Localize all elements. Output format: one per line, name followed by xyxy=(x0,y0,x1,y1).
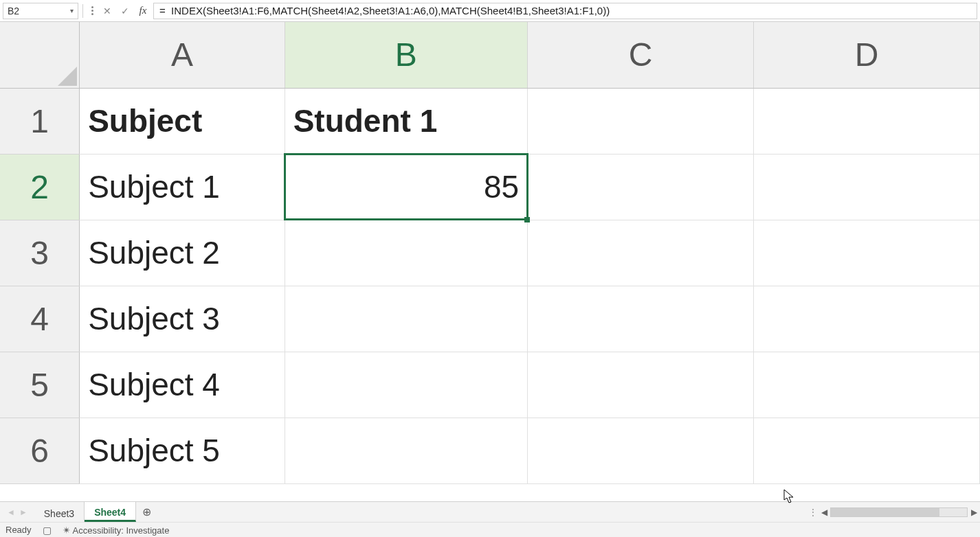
cell-A6[interactable]: Subject 5 xyxy=(80,418,285,483)
formula-input[interactable] xyxy=(153,3,977,19)
horizontal-scrollbar[interactable]: ⋮ ◀ ▶ xyxy=(808,502,980,522)
check-icon: ✓ xyxy=(121,5,129,16)
column-header-B[interactable]: B xyxy=(285,22,527,88)
tabs-next-button[interactable]: ► xyxy=(19,507,27,517)
cell-B3[interactable] xyxy=(285,220,527,286)
cell-A1[interactable]: Subject xyxy=(80,88,285,154)
sheet-tab-sheet4[interactable]: Sheet4 xyxy=(85,502,136,522)
formula-bar: B2 ▾ ✕ ✓ fx xyxy=(0,0,980,22)
cancel-icon: ✕ xyxy=(103,5,111,16)
cell-B6[interactable] xyxy=(285,418,527,483)
cell-C2[interactable] xyxy=(528,154,754,220)
cell-C5[interactable] xyxy=(528,352,754,418)
scroll-track[interactable] xyxy=(830,507,968,517)
cell-B5[interactable] xyxy=(285,352,527,418)
spreadsheet-grid[interactable]: ABCD1SubjectStudent 12Subject 1853Subjec… xyxy=(0,22,980,501)
accessibility-status[interactable]: ✴ Accessibility: Investigate xyxy=(63,525,170,536)
enter-formula-button[interactable]: ✓ xyxy=(118,3,133,19)
cell-A5[interactable]: Subject 4 xyxy=(80,352,285,418)
plus-circle-icon: ⊕ xyxy=(142,505,151,518)
sheet-tabs-bar: ◄ ► Sheet3Sheet4 ⊕ ⋮ ◀ ▶ xyxy=(0,501,980,522)
row-header-6[interactable]: 6 xyxy=(0,418,80,483)
scroll-options-icon[interactable]: ⋮ xyxy=(808,507,818,517)
cell-C3[interactable] xyxy=(528,220,754,286)
formula-bar-options-icon[interactable] xyxy=(87,6,97,15)
scroll-right-button[interactable]: ▶ xyxy=(968,507,980,517)
new-sheet-button[interactable]: ⊕ xyxy=(136,502,157,522)
cell-C6[interactable] xyxy=(528,418,754,483)
macro-recorder-icon[interactable]: ▢ xyxy=(43,525,52,536)
accessibility-icon: ✴ xyxy=(63,525,71,536)
cell-A2[interactable]: Subject 1 xyxy=(80,154,285,220)
row-header-5[interactable]: 5 xyxy=(0,352,80,418)
chevron-down-icon[interactable]: ▾ xyxy=(70,7,74,14)
sheet-table: ABCD1SubjectStudent 12Subject 1853Subjec… xyxy=(0,22,980,484)
scroll-left-button[interactable]: ◀ xyxy=(818,507,830,517)
name-box[interactable]: B2 ▾ xyxy=(3,3,78,19)
row-header-1[interactable]: 1 xyxy=(0,88,80,154)
cell-D4[interactable] xyxy=(754,286,980,352)
column-header-C[interactable]: C xyxy=(528,22,754,88)
cancel-formula-button[interactable]: ✕ xyxy=(100,3,115,19)
column-header-D[interactable]: D xyxy=(754,22,980,88)
column-header-A[interactable]: A xyxy=(80,22,285,88)
spacer xyxy=(157,502,808,522)
status-bar: Ready ▢ ✴ Accessibility: Investigate xyxy=(0,522,980,537)
cell-B1[interactable]: Student 1 xyxy=(285,88,527,154)
cell-D3[interactable] xyxy=(754,220,980,286)
sheet-tabs-nav: ◄ ► xyxy=(0,502,34,522)
tabs-prev-button[interactable]: ◄ xyxy=(7,507,15,517)
cell-B2[interactable]: 85 xyxy=(285,154,527,220)
status-ready: Ready xyxy=(5,525,32,535)
cell-D5[interactable] xyxy=(754,352,980,418)
insert-function-button[interactable]: fx xyxy=(135,3,151,19)
accessibility-text: Accessibility: Investigate xyxy=(72,525,169,536)
separator xyxy=(82,4,83,18)
scroll-thumb[interactable] xyxy=(831,508,939,516)
row-header-4[interactable]: 4 xyxy=(0,286,80,352)
cell-B4[interactable] xyxy=(285,286,527,352)
cell-D6[interactable] xyxy=(754,418,980,483)
row-header-2[interactable]: 2 xyxy=(0,154,80,220)
cell-D2[interactable] xyxy=(754,154,980,220)
sheet-tabs-list: Sheet3Sheet4 xyxy=(34,502,136,522)
row-header-3[interactable]: 3 xyxy=(0,220,80,286)
cell-A4[interactable]: Subject 3 xyxy=(80,286,285,352)
cell-D1[interactable] xyxy=(754,88,980,154)
cell-C1[interactable] xyxy=(528,88,754,154)
name-box-value: B2 xyxy=(8,5,19,16)
select-all-corner[interactable] xyxy=(0,22,80,88)
cell-C4[interactable] xyxy=(528,286,754,352)
sheet-tab-sheet3[interactable]: Sheet3 xyxy=(34,502,85,522)
fx-icon: fx xyxy=(140,5,147,16)
cell-A3[interactable]: Subject 2 xyxy=(80,220,285,286)
